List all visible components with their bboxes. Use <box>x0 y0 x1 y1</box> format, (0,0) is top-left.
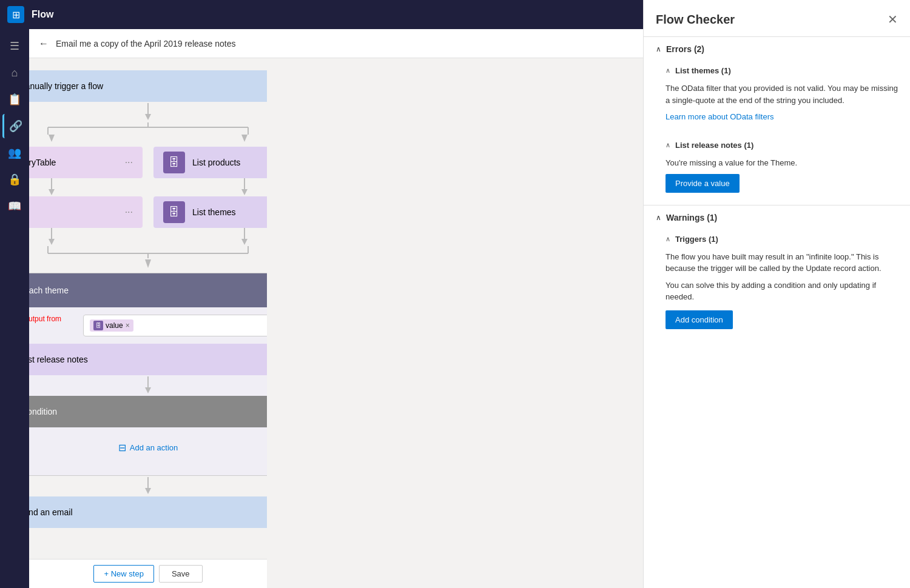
left-arrow-2 <box>46 178 58 196</box>
back-button[interactable]: ← <box>39 38 49 49</box>
add-action-label: Add an action <box>130 443 178 452</box>
triggers-warning-header[interactable]: ∧ Triggers (1) <box>666 230 898 249</box>
list-release-notes-error-header[interactable]: ∧ List release notes (1) <box>666 136 898 155</box>
condition-node[interactable]: ⊟ Condition ··· <box>29 396 267 427</box>
list-release-notes-node[interactable]: 🗄 List release notes ··· <box>29 344 267 375</box>
triggers-warning-message2: You can solve this by adding a condition… <box>666 279 898 303</box>
list-themes-label: List themes <box>192 207 267 217</box>
connector-1 <box>142 103 154 121</box>
merge-line <box>29 246 267 258</box>
checker-header: Flow Checker ✕ <box>644 0 910 36</box>
triggers-warning-content: The flow you have built may result in an… <box>666 249 898 336</box>
breadcrumb: Email me a copy of the April 2019 releas… <box>56 39 236 48</box>
app-title: Flow <box>32 9 53 20</box>
value-chip: 🗄 value × <box>90 319 133 332</box>
body-label: Body <box>29 207 118 217</box>
send-email-label: Send an email <box>29 507 267 517</box>
svg-marker-17 <box>241 239 248 245</box>
svg-marker-13 <box>241 135 248 142</box>
add-condition-button[interactable]: Add condition <box>666 310 733 329</box>
right-arrow-3 <box>238 228 251 246</box>
flow-checker-panel: Flow Checker ✕ ∧ Errors (2) ∧ List theme… <box>643 0 910 588</box>
list-products-label: List products <box>192 158 267 167</box>
svg-marker-8 <box>49 135 55 142</box>
errors-section: ∧ Errors (2) ∧ List themes (1) The OData… <box>644 36 910 200</box>
new-step-button[interactable]: + New step <box>93 565 153 583</box>
right-arrow-1 <box>238 135 251 147</box>
svg-marker-12 <box>49 239 55 245</box>
save-button[interactable]: Save <box>159 565 203 583</box>
triggers-warning: ∧ Triggers (1) The flow you have built m… <box>644 230 910 336</box>
sidebar-item-approvals[interactable]: 📋 <box>2 87 27 112</box>
topnav-left: ⊞ Flow <box>7 6 53 23</box>
list-themes-toggle: ∧ <box>666 67 670 75</box>
svg-marker-3 <box>145 114 151 120</box>
value-chip-container[interactable]: 🗄 value × <box>83 315 267 336</box>
sidebar-item-menu[interactable]: ☰ <box>2 34 27 58</box>
chip-close-button[interactable]: × <box>126 321 130 330</box>
list-themes-node[interactable]: 🗄 List themes ··· <box>153 196 267 228</box>
list-release-notes-error-content: You're missing a value for the Theme. Pr… <box>666 155 898 200</box>
errors-section-header[interactable]: ∧ Errors (2) <box>644 37 910 61</box>
list-themes-error-title: List themes (1) <box>675 66 731 75</box>
list-themes-error-header[interactable]: ∧ List themes (1) <box>666 61 898 80</box>
left-arrow-3 <box>46 228 58 246</box>
summary-table-more[interactable]: ··· <box>125 157 133 168</box>
app-logo[interactable]: ⊞ <box>7 6 24 23</box>
foreach-label: For each theme <box>29 286 267 295</box>
connector-foreach <box>29 376 267 395</box>
sidebar-item-teams[interactable]: 👥 <box>2 141 27 165</box>
condition-label: Condition <box>29 407 267 416</box>
left-arrow-1 <box>46 135 58 147</box>
foreach-container: ⇄ For each theme ··· * * Select an outpu… <box>29 273 267 476</box>
warnings-section-header[interactable]: ∧ Warnings (1) <box>644 205 910 230</box>
checker-title: Flow Checker <box>656 13 735 27</box>
summary-table-node[interactable]: {x} SummaryTable ··· <box>29 147 143 178</box>
list-themes-error-content: The OData filter that you provided is no… <box>666 80 898 136</box>
sidebar-item-connections[interactable]: 🔒 <box>2 167 27 192</box>
triggers-warning-title: Triggers (1) <box>675 235 718 244</box>
connector-2 <box>142 259 154 272</box>
svg-marker-24 <box>145 387 151 393</box>
chip-icon: 🗄 <box>93 321 103 330</box>
list-release-notes-error-message: You're missing a value for the Theme. <box>666 157 898 169</box>
provide-value-button[interactable]: Provide a value <box>666 174 740 193</box>
svg-marker-10 <box>49 189 55 195</box>
list-themes-error-message: The OData filter that you provided is no… <box>666 82 898 106</box>
right-arrow-2 <box>238 178 251 196</box>
learn-more-odata-link[interactable]: Learn more about OData filters <box>666 112 774 121</box>
add-action-icon: ⊟ <box>118 442 126 453</box>
chip-value: value <box>106 321 123 330</box>
foreach-body: * * Select an output from previous steps… <box>29 307 267 466</box>
sidebar-item-home[interactable]: ⌂ <box>2 61 27 85</box>
flow-canvas: 👆 Manually trigger a flow ··· {x} Summar… <box>29 58 267 588</box>
fork-line <box>29 122 267 135</box>
body-node[interactable]: {x} Body ··· <box>29 196 143 228</box>
summary-table-label: SummaryTable <box>29 158 118 167</box>
checker-close-button[interactable]: ✕ <box>888 12 898 27</box>
foreach-header[interactable]: ⇄ For each theme ··· <box>29 273 267 307</box>
trigger-label: Manually trigger a flow <box>29 81 267 91</box>
list-products-node[interactable]: 🗄 List products ··· <box>153 147 267 178</box>
db-icon-1: 🗄 <box>163 152 185 173</box>
warnings-section: ∧ Warnings (1) ∧ Triggers (1) The flow y… <box>644 205 910 336</box>
svg-marker-22 <box>145 259 151 268</box>
list-release-notes-label: List release notes <box>29 355 267 364</box>
trigger-node[interactable]: 👆 Manually trigger a flow ··· <box>29 70 267 102</box>
triggers-toggle: ∧ <box>666 235 670 243</box>
send-email-node[interactable]: O Send an email ··· <box>29 496 267 528</box>
svg-marker-26 <box>145 488 151 494</box>
triggers-warning-message1: The flow you have built may result in an… <box>666 251 898 275</box>
errors-toggle-icon: ∧ <box>656 45 661 53</box>
bottom-bar: + New step Save <box>29 559 267 588</box>
add-action-button[interactable]: ⊟ Add an action <box>118 437 178 458</box>
sidebar-item-learn[interactable]: 📖 <box>2 194 27 218</box>
body-more[interactable]: ··· <box>125 207 133 218</box>
list-release-notes-error: ∧ List release notes (1) You're missing … <box>644 136 910 200</box>
select-output-label: * * Select an output from previous steps <box>29 315 73 332</box>
svg-marker-15 <box>241 189 248 195</box>
errors-section-title: Errors (2) <box>666 44 704 54</box>
right-branch: 🗄 List products ··· 🗄 List themes ··· <box>153 135 267 246</box>
list-themes-error: ∧ List themes (1) The OData filter that … <box>644 61 910 136</box>
sidebar-item-flows[interactable]: 🔗 <box>2 114 27 138</box>
